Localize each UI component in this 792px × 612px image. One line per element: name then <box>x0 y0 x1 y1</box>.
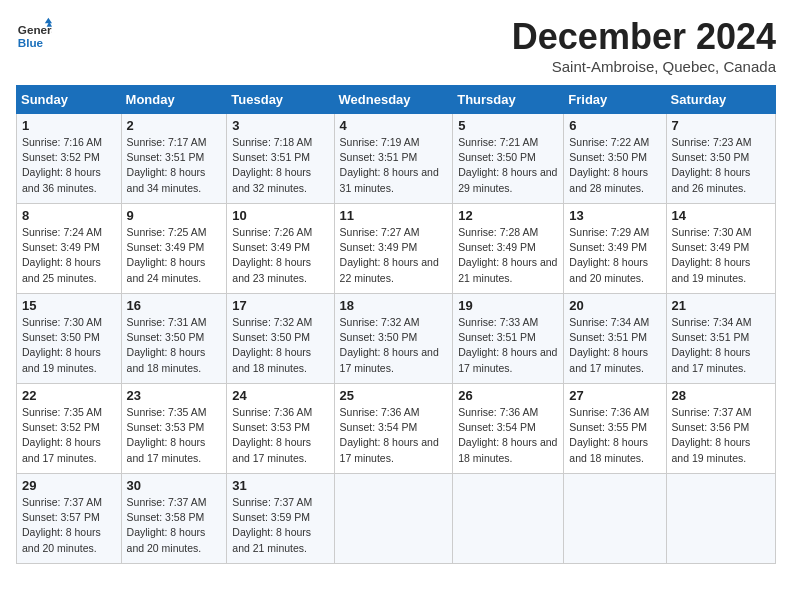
svg-text:General: General <box>18 23 52 36</box>
calendar-cell: 8Sunrise: 7:24 AMSunset: 3:49 PMDaylight… <box>17 204 122 294</box>
day-info: Sunrise: 7:22 AMSunset: 3:50 PMDaylight:… <box>569 135 660 196</box>
day-info: Sunrise: 7:36 AMSunset: 3:55 PMDaylight:… <box>569 405 660 466</box>
day-number: 13 <box>569 208 660 223</box>
day-info: Sunrise: 7:17 AMSunset: 3:51 PMDaylight:… <box>127 135 222 196</box>
calendar-week-row: 1Sunrise: 7:16 AMSunset: 3:52 PMDaylight… <box>17 114 776 204</box>
header-wednesday: Wednesday <box>334 86 453 114</box>
day-info: Sunrise: 7:32 AMSunset: 3:50 PMDaylight:… <box>232 315 328 376</box>
calendar-cell: 23Sunrise: 7:35 AMSunset: 3:53 PMDayligh… <box>121 384 227 474</box>
calendar-cell: 10Sunrise: 7:26 AMSunset: 3:49 PMDayligh… <box>227 204 334 294</box>
day-number: 16 <box>127 298 222 313</box>
day-number: 6 <box>569 118 660 133</box>
day-number: 11 <box>340 208 448 223</box>
calendar-cell: 27Sunrise: 7:36 AMSunset: 3:55 PMDayligh… <box>564 384 666 474</box>
day-info: Sunrise: 7:21 AMSunset: 3:50 PMDaylight:… <box>458 135 558 196</box>
day-info: Sunrise: 7:23 AMSunset: 3:50 PMDaylight:… <box>672 135 770 196</box>
day-number: 22 <box>22 388 116 403</box>
day-number: 5 <box>458 118 558 133</box>
calendar-cell: 17Sunrise: 7:32 AMSunset: 3:50 PMDayligh… <box>227 294 334 384</box>
day-info: Sunrise: 7:37 AMSunset: 3:57 PMDaylight:… <box>22 495 116 556</box>
day-info: Sunrise: 7:30 AMSunset: 3:49 PMDaylight:… <box>672 225 770 286</box>
day-info: Sunrise: 7:36 AMSunset: 3:54 PMDaylight:… <box>458 405 558 466</box>
calendar-table: SundayMondayTuesdayWednesdayThursdayFrid… <box>16 85 776 564</box>
day-info: Sunrise: 7:31 AMSunset: 3:50 PMDaylight:… <box>127 315 222 376</box>
day-number: 17 <box>232 298 328 313</box>
calendar-cell: 21Sunrise: 7:34 AMSunset: 3:51 PMDayligh… <box>666 294 775 384</box>
calendar-cell: 5Sunrise: 7:21 AMSunset: 3:50 PMDaylight… <box>453 114 564 204</box>
day-number: 21 <box>672 298 770 313</box>
calendar-cell: 19Sunrise: 7:33 AMSunset: 3:51 PMDayligh… <box>453 294 564 384</box>
day-number: 12 <box>458 208 558 223</box>
calendar-cell: 6Sunrise: 7:22 AMSunset: 3:50 PMDaylight… <box>564 114 666 204</box>
calendar-cell: 18Sunrise: 7:32 AMSunset: 3:50 PMDayligh… <box>334 294 453 384</box>
day-info: Sunrise: 7:37 AMSunset: 3:56 PMDaylight:… <box>672 405 770 466</box>
calendar-cell: 20Sunrise: 7:34 AMSunset: 3:51 PMDayligh… <box>564 294 666 384</box>
header-saturday: Saturday <box>666 86 775 114</box>
day-number: 3 <box>232 118 328 133</box>
calendar-cell: 3Sunrise: 7:18 AMSunset: 3:51 PMDaylight… <box>227 114 334 204</box>
day-info: Sunrise: 7:27 AMSunset: 3:49 PMDaylight:… <box>340 225 448 286</box>
day-number: 25 <box>340 388 448 403</box>
calendar-cell: 22Sunrise: 7:35 AMSunset: 3:52 PMDayligh… <box>17 384 122 474</box>
day-info: Sunrise: 7:36 AMSunset: 3:53 PMDaylight:… <box>232 405 328 466</box>
day-number: 2 <box>127 118 222 133</box>
calendar-cell: 13Sunrise: 7:29 AMSunset: 3:49 PMDayligh… <box>564 204 666 294</box>
header-thursday: Thursday <box>453 86 564 114</box>
header-tuesday: Tuesday <box>227 86 334 114</box>
day-info: Sunrise: 7:36 AMSunset: 3:54 PMDaylight:… <box>340 405 448 466</box>
calendar-cell: 29Sunrise: 7:37 AMSunset: 3:57 PMDayligh… <box>17 474 122 564</box>
day-number: 18 <box>340 298 448 313</box>
day-number: 20 <box>569 298 660 313</box>
day-info: Sunrise: 7:19 AMSunset: 3:51 PMDaylight:… <box>340 135 448 196</box>
day-number: 14 <box>672 208 770 223</box>
calendar-cell: 12Sunrise: 7:28 AMSunset: 3:49 PMDayligh… <box>453 204 564 294</box>
day-number: 4 <box>340 118 448 133</box>
day-number: 15 <box>22 298 116 313</box>
day-number: 31 <box>232 478 328 493</box>
calendar-cell: 25Sunrise: 7:36 AMSunset: 3:54 PMDayligh… <box>334 384 453 474</box>
day-number: 26 <box>458 388 558 403</box>
day-number: 1 <box>22 118 116 133</box>
calendar-cell: 11Sunrise: 7:27 AMSunset: 3:49 PMDayligh… <box>334 204 453 294</box>
header-monday: Monday <box>121 86 227 114</box>
calendar-cell: 14Sunrise: 7:30 AMSunset: 3:49 PMDayligh… <box>666 204 775 294</box>
day-number: 29 <box>22 478 116 493</box>
svg-marker-2 <box>45 18 52 23</box>
calendar-week-row: 8Sunrise: 7:24 AMSunset: 3:49 PMDaylight… <box>17 204 776 294</box>
svg-text:Blue: Blue <box>18 36 44 49</box>
day-number: 23 <box>127 388 222 403</box>
day-info: Sunrise: 7:24 AMSunset: 3:49 PMDaylight:… <box>22 225 116 286</box>
calendar-cell <box>334 474 453 564</box>
day-number: 9 <box>127 208 222 223</box>
logo: General Blue <box>16 16 52 52</box>
day-info: Sunrise: 7:28 AMSunset: 3:49 PMDaylight:… <box>458 225 558 286</box>
day-info: Sunrise: 7:29 AMSunset: 3:49 PMDaylight:… <box>569 225 660 286</box>
day-info: Sunrise: 7:34 AMSunset: 3:51 PMDaylight:… <box>569 315 660 376</box>
calendar-cell: 28Sunrise: 7:37 AMSunset: 3:56 PMDayligh… <box>666 384 775 474</box>
day-info: Sunrise: 7:26 AMSunset: 3:49 PMDaylight:… <box>232 225 328 286</box>
day-info: Sunrise: 7:18 AMSunset: 3:51 PMDaylight:… <box>232 135 328 196</box>
day-info: Sunrise: 7:37 AMSunset: 3:59 PMDaylight:… <box>232 495 328 556</box>
calendar-cell <box>564 474 666 564</box>
day-number: 30 <box>127 478 222 493</box>
calendar-week-row: 15Sunrise: 7:30 AMSunset: 3:50 PMDayligh… <box>17 294 776 384</box>
calendar-cell: 4Sunrise: 7:19 AMSunset: 3:51 PMDaylight… <box>334 114 453 204</box>
day-number: 19 <box>458 298 558 313</box>
day-info: Sunrise: 7:32 AMSunset: 3:50 PMDaylight:… <box>340 315 448 376</box>
title-area: December 2024 Saint-Ambroise, Quebec, Ca… <box>512 16 776 75</box>
day-number: 10 <box>232 208 328 223</box>
header-friday: Friday <box>564 86 666 114</box>
calendar-cell: 31Sunrise: 7:37 AMSunset: 3:59 PMDayligh… <box>227 474 334 564</box>
calendar-cell: 7Sunrise: 7:23 AMSunset: 3:50 PMDaylight… <box>666 114 775 204</box>
calendar-week-row: 22Sunrise: 7:35 AMSunset: 3:52 PMDayligh… <box>17 384 776 474</box>
day-number: 7 <box>672 118 770 133</box>
day-info: Sunrise: 7:25 AMSunset: 3:49 PMDaylight:… <box>127 225 222 286</box>
header: General Blue December 2024 Saint-Ambrois… <box>16 16 776 75</box>
calendar-cell: 2Sunrise: 7:17 AMSunset: 3:51 PMDaylight… <box>121 114 227 204</box>
calendar-cell <box>666 474 775 564</box>
day-number: 28 <box>672 388 770 403</box>
calendar-cell: 16Sunrise: 7:31 AMSunset: 3:50 PMDayligh… <box>121 294 227 384</box>
day-info: Sunrise: 7:16 AMSunset: 3:52 PMDaylight:… <box>22 135 116 196</box>
logo-icon: General Blue <box>16 16 52 52</box>
calendar-week-row: 29Sunrise: 7:37 AMSunset: 3:57 PMDayligh… <box>17 474 776 564</box>
